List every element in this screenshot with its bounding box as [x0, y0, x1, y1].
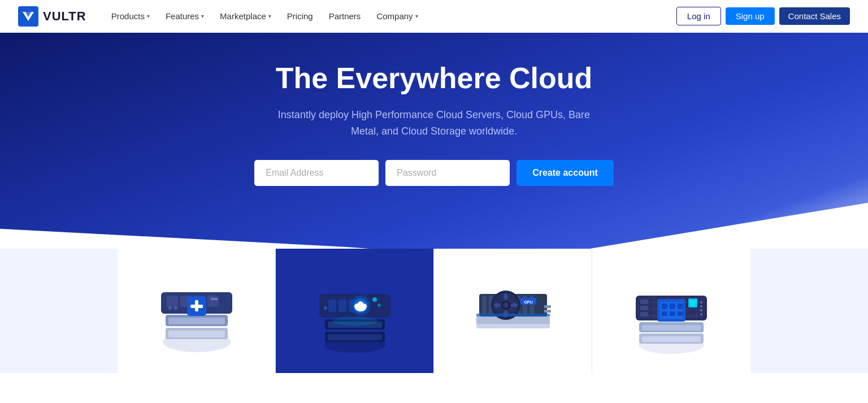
navbar: VULTR Products ▾ Features ▾ Marketplace …: [0, 0, 868, 33]
svg-rect-14: [211, 298, 218, 300]
svg-rect-24: [338, 300, 346, 312]
card-bare-metal[interactable]: [592, 249, 750, 373]
nav-links: Products ▾ Features ▾ Marketplace ▾ Pric…: [105, 8, 676, 24]
svg-rect-74: [662, 311, 667, 316]
nav-marketplace[interactable]: Marketplace ▾: [213, 8, 278, 24]
brand-logo[interactable]: VULTR: [18, 6, 86, 27]
create-account-button[interactable]: Create account: [517, 160, 614, 186]
compute-icon: [149, 263, 245, 359]
company-chevron-icon: ▾: [415, 13, 418, 19]
svg-rect-72: [670, 304, 675, 309]
svg-rect-80: [640, 306, 648, 310]
hero-section: The Everywhere Cloud Instantly deploy Hi…: [0, 0, 868, 260]
svg-point-32: [372, 297, 377, 302]
svg-rect-54: [544, 305, 551, 308]
contact-sales-button[interactable]: Contact Sales: [779, 7, 850, 25]
svg-rect-23: [328, 300, 336, 312]
svg-rect-76: [678, 311, 683, 316]
svg-rect-55: [544, 310, 551, 313]
marketplace-chevron-icon: ▾: [268, 13, 271, 19]
svg-rect-5: [168, 318, 225, 324]
card-cloud-gpu[interactable]: GPU: [434, 249, 592, 373]
svg-rect-13: [190, 305, 203, 308]
password-input[interactable]: [385, 160, 510, 186]
features-chevron-icon: ▾: [201, 13, 204, 19]
svg-rect-7: [167, 296, 178, 307]
svg-rect-60: [642, 325, 701, 331]
signup-form: Create account: [254, 160, 614, 186]
card-cloud-storage[interactable]: [276, 249, 434, 373]
gpu-icon: GPU: [465, 263, 561, 359]
svg-rect-58: [642, 336, 701, 342]
svg-rect-39: [482, 296, 487, 315]
nav-products[interactable]: Products ▾: [105, 8, 157, 24]
email-input[interactable]: [254, 160, 379, 186]
nav-partners[interactable]: Partners: [322, 8, 368, 24]
svg-rect-81: [640, 312, 648, 317]
svg-point-15: [168, 306, 172, 310]
product-cards-section: GPU: [0, 249, 868, 373]
svg-point-35: [332, 317, 377, 326]
svg-point-31: [358, 301, 363, 307]
svg-point-16: [174, 306, 177, 310]
vultr-logo-icon: [18, 6, 38, 27]
nav-actions: Log in Sign up Contact Sales: [676, 7, 850, 25]
svg-rect-79: [640, 300, 648, 304]
svg-point-50: [503, 302, 509, 308]
svg-point-33: [377, 304, 381, 307]
svg-rect-78: [690, 300, 696, 306]
storage-icon: [307, 263, 403, 359]
card-cloud-compute[interactable]: [118, 249, 276, 373]
svg-point-83: [700, 305, 702, 307]
signup-button[interactable]: Sign up: [726, 7, 775, 25]
svg-rect-53: [476, 314, 550, 317]
svg-rect-71: [662, 304, 667, 309]
svg-text:GPU: GPU: [524, 300, 532, 304]
nav-pricing[interactable]: Pricing: [280, 8, 320, 24]
svg-rect-3: [168, 331, 225, 337]
svg-point-84: [700, 309, 702, 311]
svg-point-34: [324, 306, 327, 310]
svg-rect-19: [328, 334, 382, 340]
nav-company[interactable]: Company ▾: [370, 8, 424, 24]
brand-name: VULTR: [43, 9, 86, 24]
baremetal-icon: [623, 263, 719, 359]
products-chevron-icon: ▾: [147, 13, 150, 19]
svg-rect-10: [207, 296, 219, 307]
hero-title: The Everywhere Cloud: [276, 62, 593, 96]
svg-rect-37: [476, 324, 550, 328]
hero-subtitle: Instantly deploy High Performance Cloud …: [276, 107, 592, 140]
svg-rect-73: [678, 304, 683, 309]
login-button[interactable]: Log in: [676, 7, 721, 25]
svg-rect-75: [670, 311, 675, 316]
svg-point-85: [700, 313, 702, 315]
nav-features[interactable]: Features ▾: [159, 8, 211, 24]
svg-point-82: [700, 301, 702, 304]
